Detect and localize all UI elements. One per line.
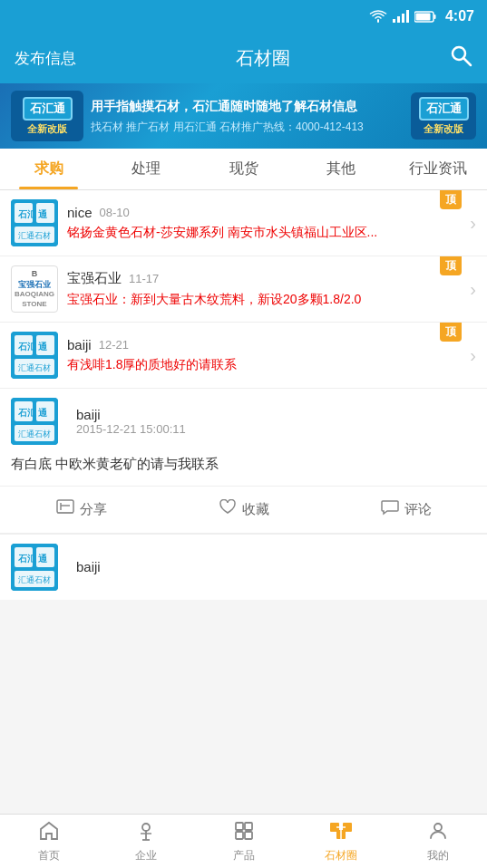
tab-news[interactable]: 行业资讯 — [390, 149, 487, 189]
svg-text:石汇: 石汇 — [17, 554, 37, 564]
expanded-username: baiji — [76, 407, 186, 422]
svg-text:汇通石材: 汇通石材 — [18, 575, 51, 584]
svg-text:汇通石材: 汇通石材 — [18, 363, 51, 372]
item-content-3: baiji 12-21 有浅啡1.8厚的质地好的请联系 — [67, 337, 464, 374]
nav-home-label: 首页 — [38, 848, 60, 863]
share-button[interactable]: 分享 — [0, 494, 162, 526]
expanded-datetime: 2015-12-21 15:00:11 — [76, 422, 186, 436]
nav-enterprise-label: 企业 — [135, 848, 157, 863]
svg-text:通: 通 — [38, 209, 48, 219]
svg-text:通: 通 — [38, 408, 48, 418]
user-icon — [427, 820, 449, 845]
banner-logo-left: 石汇通 全新改版 — [11, 91, 83, 141]
banner[interactable]: 石汇通 全新改版 用手指触摸石材，石汇通随时随地了解石材信息 找石材 推广石材 … — [0, 83, 487, 149]
svg-rect-5 — [433, 14, 435, 19]
top-badge-1: 顶 — [440, 190, 462, 209]
nav-products[interactable]: 产品 — [195, 815, 292, 868]
chevron-right-icon-3: › — [470, 345, 476, 366]
expanded-actions: 分享 收藏 评论 — [0, 486, 487, 533]
tab-qugou[interactable]: 求购 — [0, 149, 97, 189]
building-icon — [135, 820, 157, 845]
banner-text: 用手指触摸石材，石汇通随时随地了解石材信息 找石材 推广石材 用石汇通 石材推广… — [91, 97, 404, 135]
bottom-partial-item[interactable]: 石汇 通 汇通石材 baiji — [0, 534, 487, 600]
partial-username: baiji — [76, 559, 101, 574]
svg-text:通: 通 — [38, 342, 48, 352]
svg-point-40 — [142, 824, 150, 831]
nav-mine[interactable]: 我的 — [390, 815, 487, 868]
heart-icon — [219, 499, 237, 520]
svg-rect-0 — [393, 19, 395, 23]
item-content-1: nice 08-10 铭扬金黄色石材-莎安娜系列 南安市水头镇福山工业区... — [67, 205, 464, 242]
item-logo-2: B 宝强石业 BAOQIANG STONE — [11, 265, 58, 313]
nav-enterprise[interactable]: 企业 — [97, 815, 194, 868]
svg-text:石汇: 石汇 — [17, 209, 37, 219]
chevron-right-icon-2: › — [470, 279, 476, 300]
home-icon — [38, 820, 60, 845]
nav-home[interactable]: 首页 — [0, 815, 97, 868]
share-icon — [56, 499, 74, 520]
item-logo-3: 石汇 通 汇通石材 — [11, 332, 58, 379]
publish-button[interactable]: 发布信息 — [15, 48, 76, 69]
list: 石汇 通 汇通石材 nice 08-10 铭扬金黄色石材-莎安娜系列 南安市水头… — [0, 190, 487, 600]
nav-stone-label: 石材圈 — [325, 848, 357, 863]
list-item[interactable]: 石汇 通 汇通石材 baiji 12-21 有浅啡1.8厚的质地好的请联系 顶 … — [0, 323, 487, 389]
banner-logo-right: 石汇通 全新改版 — [411, 92, 476, 140]
tab-chuli[interactable]: 处理 — [97, 149, 194, 189]
battery-icon — [414, 11, 436, 23]
svg-rect-30 — [57, 500, 73, 513]
svg-line-8 — [464, 59, 472, 66]
comment-button[interactable]: 评论 — [325, 494, 487, 526]
top-badge-2: 顶 — [440, 256, 462, 275]
wifi-icon — [369, 10, 387, 23]
bottom-nav: 首页 企业 产品 — [0, 814, 487, 868]
time-display: 4:07 — [445, 8, 474, 24]
top-badge-3: 顶 — [440, 323, 462, 342]
svg-text:通: 通 — [38, 554, 48, 564]
svg-rect-6 — [415, 13, 430, 20]
partial-logo: 石汇 通 汇通石材 — [11, 544, 58, 591]
comment-icon — [381, 499, 399, 520]
tab-qita[interactable]: 其他 — [292, 149, 389, 189]
tab-bar: 求购 处理 现货 其他 行业资讯 — [0, 149, 487, 190]
expanded-item: 石汇 通 汇通石材 baiji 2015-12-21 15:00:11 有白底 … — [0, 389, 487, 534]
list-item[interactable]: 石汇 通 汇通石材 nice 08-10 铭扬金黄色石材-莎安娜系列 南安市水头… — [0, 190, 487, 256]
expanded-item-header: 石汇 通 汇通石材 baiji 2015-12-21 15:00:11 — [0, 389, 487, 450]
status-icons: 4:07 — [369, 8, 474, 24]
svg-rect-42 — [245, 823, 252, 830]
expanded-logo: 石汇 通 汇通石材 — [11, 398, 58, 445]
signal-icon — [393, 10, 409, 23]
svg-text:汇通石材: 汇通石材 — [18, 231, 51, 240]
item-logo-1: 石汇 通 汇通石材 — [11, 199, 58, 246]
header: 发布信息 石材圈 — [0, 33, 487, 83]
svg-text:汇通石材: 汇通石材 — [18, 429, 51, 439]
svg-rect-2 — [402, 14, 404, 23]
svg-rect-43 — [236, 832, 243, 839]
svg-rect-3 — [406, 10, 409, 23]
nav-mine-label: 我的 — [427, 848, 449, 863]
chevron-right-icon-1: › — [470, 213, 476, 234]
svg-rect-44 — [245, 832, 252, 839]
status-bar: 4:07 — [0, 0, 487, 33]
svg-rect-1 — [397, 16, 400, 23]
favorite-button[interactable]: 收藏 — [162, 494, 325, 526]
tab-xianhuo[interactable]: 现货 — [195, 149, 292, 189]
svg-point-48 — [434, 824, 442, 831]
nav-products-label: 产品 — [233, 848, 255, 863]
item-content-2: 宝强石业 11-17 宝强石业：新到大量古木纹荒料，新设20多颗1.8/2.0 — [67, 270, 464, 309]
list-item[interactable]: B 宝强石业 BAOQIANG STONE 宝强石业 11-17 宝强石业：新到… — [0, 256, 487, 323]
stone-icon — [329, 820, 353, 845]
svg-text:石汇: 石汇 — [17, 342, 37, 352]
nav-stone-circle[interactable]: 石材圈 — [292, 815, 389, 868]
page-title: 石材圈 — [236, 46, 290, 71]
svg-text:石汇: 石汇 — [17, 408, 37, 418]
grid-icon — [233, 820, 255, 845]
svg-rect-41 — [236, 823, 243, 830]
expanded-content: 有白底 中欧米黄老矿的请与我联系 — [0, 450, 487, 486]
search-icon[interactable] — [449, 43, 472, 72]
